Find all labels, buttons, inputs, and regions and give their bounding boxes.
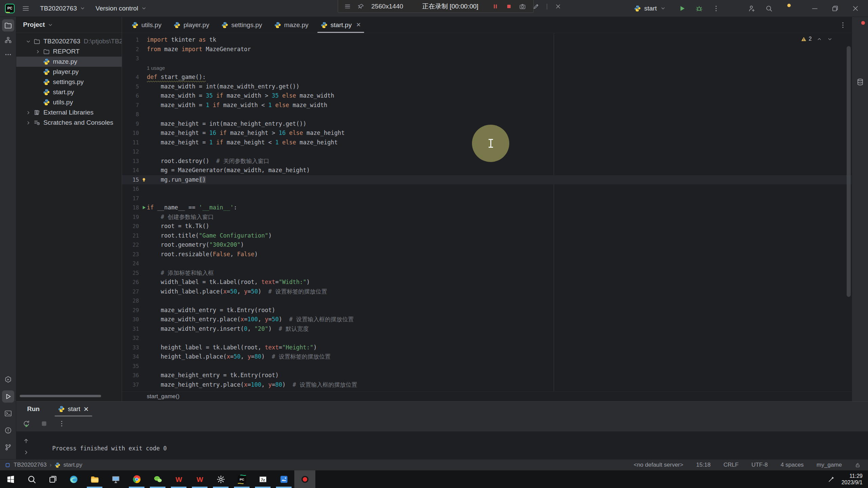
project-tree-item-REPORT[interactable]: REPORT [16,46,122,57]
project-tree-item-settings.py[interactable]: settings.py [16,77,122,87]
status-item[interactable]: <no default server> [634,462,683,468]
taskbar-task-view[interactable] [42,470,63,488]
camera-button[interactable] [519,3,526,10]
vcs-selector[interactable]: Version control [92,3,150,14]
taskbar-clock[interactable]: 11:29 2023/9/1 [842,473,863,486]
editor-tab-maze.py[interactable]: maze.py [268,17,315,33]
taskbar-chrome[interactable] [126,470,147,488]
status-item[interactable]: UTF-8 [751,462,768,468]
lib-icon [34,109,40,116]
console-chevron-icon[interactable] [23,449,29,456]
breadcrumb[interactable]: start_game() [147,393,179,400]
services-tool-button[interactable] [2,373,14,386]
taskbar-edge[interactable] [63,470,84,488]
pause-recording-button[interactable] [492,3,499,10]
search-button[interactable] [765,4,773,13]
run-more-options-icon[interactable] [58,420,66,428]
project-tree-item-player.py[interactable]: player.py [16,67,122,77]
database-icon[interactable] [856,78,864,86]
taskbar-this-pc[interactable] [105,470,126,488]
run-line-icon[interactable] [141,205,147,210]
pen-input-icon[interactable] [827,475,835,483]
tab-close-icon[interactable]: ✕ [356,21,361,28]
taskbar-settings[interactable] [210,470,231,488]
add-user-button[interactable] [748,4,756,13]
structure-tool-button[interactable] [2,34,14,46]
editor-tab-utils.py[interactable]: utils.py [125,17,167,33]
taskbar-pycharm[interactable]: PC [231,470,252,488]
project-selector[interactable]: TB20202763 [37,3,89,14]
project-tree-item-utils.py[interactable]: utils.py [16,97,122,107]
stop-button[interactable] [40,420,48,428]
taskbar-wps-2[interactable]: W [189,470,210,488]
taskbar-wechat[interactable] [147,470,168,488]
settings-button[interactable] [782,4,790,13]
run-tool-button[interactable] [2,390,14,403]
status-item[interactable]: my_game [816,462,842,468]
tree-item-label: utils.py [53,99,73,106]
editor-tab-player.py[interactable]: player.py [167,17,215,33]
project-tree-item-TB20202763[interactable]: TB20202763D:\ptjobs\TB20 [16,36,122,46]
stop-recording-button[interactable] [506,3,512,10]
project-tool-button[interactable] [2,19,14,32]
tree-item-label: start.py [53,88,74,96]
prev-problem-icon[interactable] [816,36,822,42]
code-editor[interactable]: 1import tkinter as tk2from maze import M… [122,33,852,391]
intention-bulb-icon[interactable] [141,177,147,183]
recorder-close-button[interactable] [555,3,561,10]
tab-options-icon[interactable] [839,21,852,29]
main-menu-button[interactable] [18,2,33,15]
more-actions-button[interactable] [712,4,720,13]
notifications-bell-icon[interactable] [856,22,864,30]
project-tree-item-maze.py[interactable]: maze.py [16,57,122,67]
more-tools-button[interactable] [2,48,14,61]
minimize-button[interactable] [809,4,821,13]
project-horizontal-scrollbar[interactable] [20,395,101,397]
close-button[interactable] [850,4,861,13]
project-panel-header[interactable]: Project [16,17,122,33]
project-panel: Project TB20202763D:\ptjobs\TB20REPORTma… [16,17,122,401]
annotate-pencil-button[interactable] [533,3,539,10]
usage-inlay-hint[interactable]: 1 usage [147,65,165,71]
editor-scrollbar[interactable] [847,46,851,297]
lock-open-icon[interactable] [855,462,861,468]
editor-tab-start.py[interactable]: start.py✕ [315,17,367,33]
editor-tab-settings.py[interactable]: settings.py [215,17,268,33]
taskbar-file-explorer[interactable] [84,470,105,488]
running-app-indicator [255,487,271,488]
terminal-tool-button[interactable] [2,407,14,420]
status-file[interactable]: start.py [63,462,82,468]
run-config-selector[interactable]: start [631,3,669,14]
clock-time: 11:29 [842,473,863,479]
recorder-menu-icon[interactable] [344,3,351,10]
taskbar-recorder[interactable] [294,470,315,488]
status-item[interactable]: CRLF [724,462,738,468]
status-project[interactable]: TB20202763 [14,462,46,468]
restore-button[interactable] [829,4,841,13]
scroll-up-icon[interactable] [23,438,29,444]
run-tab[interactable]: start ✕ [55,402,92,416]
project-tree-item-start.py[interactable]: start.py [16,87,122,97]
taskbar-windows-start[interactable] [0,470,21,488]
pin-icon[interactable] [358,3,364,10]
status-item[interactable]: 15:18 [696,462,711,468]
code-line-15: 15 mg.run_game() [122,175,852,185]
run-console[interactable]: Process finished with exit code 0 [16,431,868,459]
rerun-button[interactable] [22,420,31,428]
next-problem-icon[interactable] [827,36,833,42]
hamburger-icon [22,4,30,13]
project-tree-item-Scratches and Consoles[interactable]: Scratches and Consoles [16,118,122,128]
run-button[interactable] [678,4,686,13]
inspection-widget[interactable]: 2 [801,36,833,42]
code-line-34: 34 height_label.place(x=50, y=80) # 设置标签… [122,352,852,362]
taskbar-search[interactable] [21,470,42,488]
taskbar-photos[interactable] [273,470,294,488]
taskbar-wps[interactable]: W [168,470,189,488]
status-item[interactable]: 4 spaces [781,462,804,468]
project-tree-item-External Libraries[interactable]: External Libraries [16,107,122,118]
taskbar-sevenzip[interactable]: 7z [252,470,273,488]
debug-button[interactable] [695,4,703,13]
version-control-tool-button[interactable] [2,441,14,453]
run-tab-close-icon[interactable]: ✕ [83,405,89,413]
problems-tool-button[interactable] [2,424,14,436]
